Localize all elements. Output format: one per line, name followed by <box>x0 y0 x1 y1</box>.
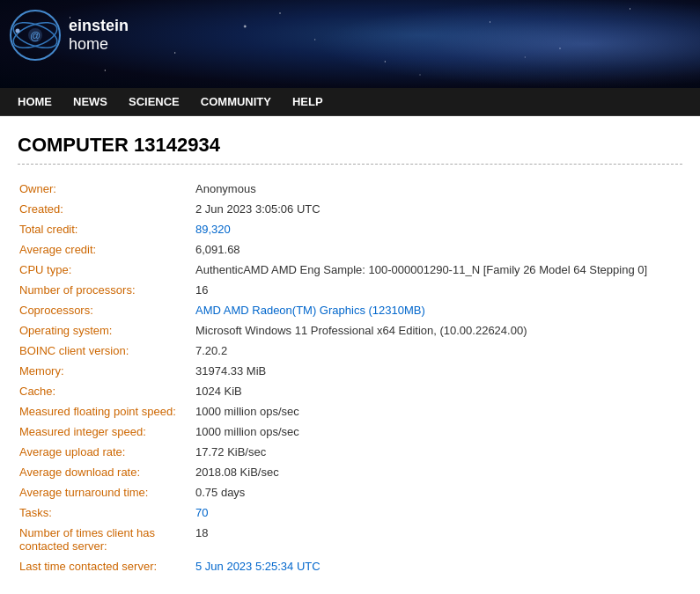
table-row: Cache:1024 KiB <box>18 381 682 401</box>
field-value-link[interactable]: 89,320 <box>195 223 231 236</box>
table-row: Measured floating point speed:1000 milli… <box>18 401 682 422</box>
field-value: 5 Jun 2023 5:25:34 UTC <box>194 556 682 576</box>
svg-point-5 <box>16 29 20 33</box>
field-value-link[interactable]: 70 <box>195 506 208 519</box>
field-label: Measured integer speed: <box>18 422 194 442</box>
field-value: 2018.08 KiB/sec <box>194 462 682 482</box>
table-row: Measured integer speed:1000 million ops/… <box>18 422 682 442</box>
field-value: AuthenticAMD AMD Eng Sample: 100-0000012… <box>194 260 682 280</box>
divider <box>18 164 682 165</box>
field-label: Last time contacted server: <box>18 556 194 576</box>
table-row: Average turnaround time:0.75 days <box>18 482 682 502</box>
field-value: 89,320 <box>194 219 682 239</box>
page-title: COMPUTER 13142934 <box>18 134 682 157</box>
table-row: Number of times client has contacted ser… <box>18 523 682 556</box>
nav-item-home[interactable]: HOME <box>7 90 63 114</box>
field-value: 2 Jun 2023 3:05:06 UTC <box>194 199 682 219</box>
field-label: Memory: <box>18 361 194 381</box>
field-label: CPU type: <box>18 260 194 280</box>
field-label: Cache: <box>18 381 194 401</box>
field-value: 6,091.68 <box>194 239 682 260</box>
field-value: 17.72 KiB/sec <box>194 442 682 462</box>
table-row: Created:2 Jun 2023 3:05:06 UTC <box>18 199 682 219</box>
table-row: Average download rate:2018.08 KiB/sec <box>18 462 682 482</box>
table-row: Average credit:6,091.68 <box>18 239 682 260</box>
field-value-link[interactable]: AMD AMD Radeon(TM) Graphics (12310MB) <box>195 304 425 317</box>
field-label: Total credit: <box>18 219 194 239</box>
field-value: 18 <box>194 523 682 556</box>
field-value: 1000 million ops/sec <box>194 401 682 422</box>
field-value: Anonymous <box>194 179 682 199</box>
header-nebula <box>315 0 700 88</box>
header-logo: @ einstein home <box>9 9 129 62</box>
nav-item-community[interactable]: COMMUNITY <box>190 90 282 114</box>
field-label: Created: <box>18 199 194 219</box>
field-label: Average credit: <box>18 239 194 260</box>
svg-text:@: @ <box>30 30 41 42</box>
nav-item-news[interactable]: NEWS <box>63 90 118 114</box>
field-value: 1000 million ops/sec <box>194 422 682 442</box>
table-row: Average upload rate:17.72 KiB/sec <box>18 442 682 462</box>
field-label: Average upload rate: <box>18 442 194 462</box>
field-label: Tasks: <box>18 502 194 523</box>
field-label: Average turnaround time: <box>18 482 194 502</box>
field-value: 7.20.2 <box>194 341 682 361</box>
field-label: Coprocessors: <box>18 300 194 320</box>
table-row: CPU type:AuthenticAMD AMD Eng Sample: 10… <box>18 260 682 280</box>
table-row: Tasks:70 <box>18 502 682 523</box>
table-row: Coprocessors:AMD AMD Radeon(TM) Graphics… <box>18 300 682 320</box>
table-row: Total credit:89,320 <box>18 219 682 239</box>
field-value: 1024 KiB <box>194 381 682 401</box>
field-label: Measured floating point speed: <box>18 401 194 422</box>
field-label: Average download rate: <box>18 462 194 482</box>
field-label: Operating system: <box>18 320 194 341</box>
nav-item-help[interactable]: HELP <box>282 90 334 114</box>
table-row: Operating system:Microsoft Windows 11 Pr… <box>18 320 682 341</box>
table-row: Number of processors:16 <box>18 280 682 300</box>
field-label: Number of times client has contacted ser… <box>18 523 194 556</box>
field-value-link[interactable]: 5 Jun 2023 5:25:34 UTC <box>195 560 321 573</box>
field-value: 31974.33 MiB <box>194 361 682 381</box>
field-label: Owner: <box>18 179 194 199</box>
field-label: BOINC client version: <box>18 341 194 361</box>
field-value: 16 <box>194 280 682 300</box>
field-value: 0.75 days <box>194 482 682 502</box>
navigation: HOME NEWS SCIENCE COMMUNITY HELP <box>0 88 700 116</box>
field-value: 70 <box>194 502 682 523</box>
nav-item-science[interactable]: SCIENCE <box>118 90 190 114</box>
logo-text: einstein home <box>69 17 129 54</box>
table-row: Last time contacted server:5 Jun 2023 5:… <box>18 556 682 576</box>
computer-info-table: Owner:AnonymousCreated:2 Jun 2023 3:05:0… <box>18 179 682 576</box>
table-row: Memory:31974.33 MiB <box>18 361 682 381</box>
header: @ einstein home <box>0 0 700 88</box>
einstein-home-logo-icon: @ <box>9 9 62 62</box>
table-row: BOINC client version:7.20.2 <box>18 341 682 361</box>
main-content: COMPUTER 13142934 Owner:AnonymousCreated… <box>0 116 700 594</box>
field-value: Microsoft Windows 11 Professional x64 Ed… <box>194 320 682 341</box>
field-label: Number of processors: <box>18 280 194 300</box>
field-value: AMD AMD Radeon(TM) Graphics (12310MB) <box>194 300 682 320</box>
table-row: Owner:Anonymous <box>18 179 682 199</box>
